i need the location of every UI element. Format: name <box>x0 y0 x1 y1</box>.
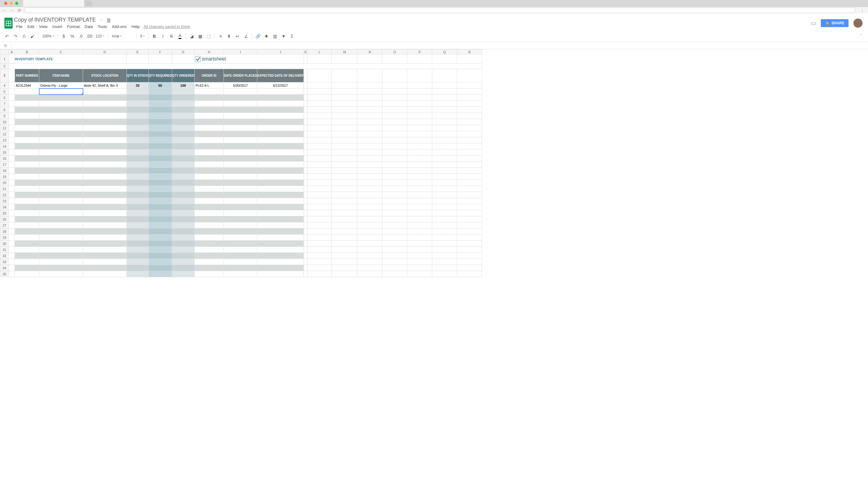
cell[interactable] <box>332 83 358 89</box>
menu-edit[interactable]: Edit <box>25 24 36 30</box>
cell[interactable] <box>9 271 15 277</box>
cell[interactable] <box>358 265 382 271</box>
cell[interactable] <box>457 259 482 265</box>
cell[interactable] <box>382 107 407 113</box>
cell[interactable] <box>257 271 304 277</box>
cell[interactable] <box>39 222 83 228</box>
cell[interactable] <box>15 137 39 143</box>
cell[interactable] <box>304 198 308 204</box>
cell[interactable] <box>172 192 194 198</box>
cell[interactable] <box>382 119 407 125</box>
cell[interactable] <box>304 55 308 64</box>
cell[interactable] <box>407 265 432 271</box>
cell[interactable] <box>308 241 332 247</box>
col-header[interactable]: D <box>83 50 127 55</box>
cell[interactable] <box>223 271 257 277</box>
cell[interactable] <box>358 228 382 235</box>
cell[interactable] <box>457 216 482 222</box>
collapse-toolbar-button[interactable]: ˆ <box>857 32 865 40</box>
cell[interactable] <box>194 143 223 149</box>
cell[interactable] <box>172 216 194 222</box>
row-header[interactable]: 17 <box>0 161 9 167</box>
cell[interactable] <box>83 210 127 216</box>
cell[interactable] <box>127 95 149 101</box>
cell[interactable] <box>83 241 127 247</box>
percent-button[interactable]: % <box>68 32 76 40</box>
cell[interactable] <box>148 192 172 198</box>
cell-qty-required[interactable]: 55 <box>148 83 172 89</box>
comments-icon[interactable]: ▭ <box>811 20 816 27</box>
cell[interactable] <box>407 222 432 228</box>
cell[interactable] <box>9 55 15 64</box>
cell[interactable] <box>39 204 83 210</box>
cell[interactable] <box>304 265 308 271</box>
cell[interactable] <box>308 198 332 204</box>
cell[interactable] <box>382 228 407 235</box>
row-header[interactable]: 21 <box>0 186 9 192</box>
cell[interactable] <box>457 131 482 137</box>
cell[interactable] <box>407 192 432 198</box>
cell[interactable] <box>308 161 332 167</box>
cell[interactable] <box>457 83 482 89</box>
url-input[interactable] <box>25 8 855 13</box>
cell[interactable] <box>308 259 332 265</box>
cell[interactable] <box>308 149 332 155</box>
cell[interactable] <box>15 228 39 235</box>
cell[interactable] <box>358 143 382 149</box>
cell[interactable] <box>194 216 223 222</box>
cell[interactable] <box>257 228 304 235</box>
row-header[interactable]: 31 <box>0 247 9 253</box>
row-header[interactable]: 7 <box>0 101 9 107</box>
cell[interactable] <box>457 101 482 107</box>
row-header[interactable]: 27 <box>0 222 9 228</box>
col-header[interactable]: J <box>257 50 304 55</box>
cell[interactable] <box>457 210 482 216</box>
header-qty-ordered[interactable]: QTY ORDERED <box>172 69 194 83</box>
cell[interactable] <box>308 55 332 64</box>
cell[interactable] <box>148 107 172 113</box>
cell[interactable] <box>457 265 482 271</box>
cell[interactable] <box>39 119 83 125</box>
cell[interactable] <box>39 167 83 174</box>
cell[interactable] <box>308 155 332 161</box>
cell[interactable] <box>9 247 15 253</box>
cell[interactable] <box>127 89 149 95</box>
cell[interactable] <box>194 161 223 167</box>
cell[interactable] <box>257 265 304 271</box>
cell[interactable] <box>83 137 127 143</box>
cell[interactable] <box>15 180 39 186</box>
fill-color-button[interactable]: ◢ <box>188 32 195 40</box>
row-header[interactable]: 1 <box>0 55 9 64</box>
cell[interactable] <box>83 95 127 101</box>
cell[interactable] <box>432 107 457 113</box>
cell-stock-location[interactable]: Aisle 42, Shelf A, Bin 3 <box>83 83 127 89</box>
cell[interactable] <box>304 83 308 89</box>
cell[interactable] <box>457 198 482 204</box>
cell[interactable] <box>194 95 223 101</box>
sheet-grid[interactable]: A B C D E F G H I J K L M N O P Q R 1 IN… <box>0 49 868 486</box>
cell[interactable] <box>457 113 482 119</box>
cell[interactable] <box>257 174 304 180</box>
cell[interactable] <box>15 198 39 204</box>
cell[interactable] <box>304 167 308 174</box>
cell[interactable] <box>308 83 332 89</box>
cell[interactable] <box>432 119 457 125</box>
cell[interactable] <box>39 198 83 204</box>
cell[interactable] <box>194 174 223 180</box>
cell[interactable] <box>304 259 308 265</box>
cell[interactable] <box>407 101 432 107</box>
cell[interactable] <box>172 174 194 180</box>
cell[interactable] <box>332 216 358 222</box>
cell[interactable] <box>308 167 332 174</box>
cell[interactable] <box>358 55 382 64</box>
cell[interactable] <box>304 180 308 186</box>
cell[interactable] <box>407 247 432 253</box>
close-window-button[interactable] <box>4 2 7 5</box>
cell[interactable] <box>15 222 39 228</box>
cell[interactable] <box>332 155 358 161</box>
cell-expected-delivery[interactable]: 6/12/2017 <box>257 83 304 89</box>
cell[interactable] <box>457 241 482 247</box>
col-header[interactable]: E <box>127 50 149 55</box>
cell[interactable] <box>304 204 308 210</box>
cell[interactable] <box>432 161 457 167</box>
